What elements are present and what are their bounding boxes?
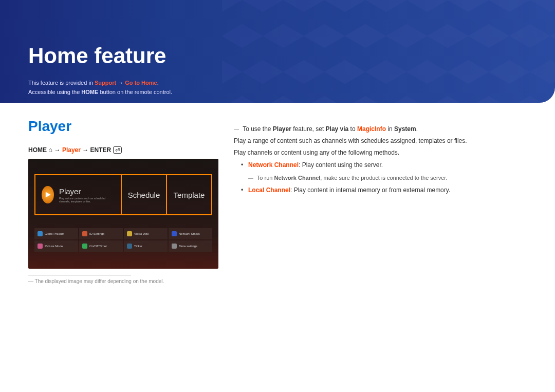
- tile-schedule: Schedule: [122, 174, 167, 215]
- grid-cell: Picture Mode: [34, 240, 78, 252]
- setup-note: To use the Player feature, set Play via …: [234, 123, 527, 135]
- grid-cell-icon: [172, 231, 177, 236]
- grid-cell: Network Status: [169, 228, 212, 239]
- device-screenshot: Player Play various contents such as sch…: [28, 159, 218, 269]
- grid-cell-icon: [127, 231, 132, 236]
- support-link: Support: [95, 80, 116, 86]
- methods-list: Network Channel: Play content using the …: [241, 159, 527, 171]
- grid-cell-label: Clone Product: [45, 232, 64, 235]
- left-column: Player HOME → Player → ENTER Player Play…: [28, 118, 218, 284]
- grid-cell-icon: [82, 231, 87, 236]
- play-icon: [42, 186, 54, 203]
- methods-list: Local Channel: Play content in internal …: [241, 184, 527, 196]
- grid-cell-icon: [38, 244, 43, 249]
- grid-cell-icon: [38, 231, 43, 236]
- para-description: Play a range of content such as channels…: [234, 135, 527, 147]
- banner-subtext: This feature is provided in Support → Go…: [28, 79, 527, 97]
- grid-cell: Ticker: [124, 240, 168, 252]
- bottom-grid: Clone ProductID SettingsVideo WallNetwor…: [34, 228, 212, 252]
- chapter-title: Home feature: [28, 44, 527, 68]
- sub-note: To run Network Channel, make sure the pr…: [248, 173, 527, 183]
- footnote-separator: [28, 275, 131, 275]
- grid-cell: Clone Product: [34, 228, 78, 239]
- grid-cell-label: Network Status: [179, 232, 200, 235]
- enter-icon: [113, 146, 122, 154]
- chapter-banner: Home feature This feature is provided in…: [0, 0, 555, 103]
- tile-player: Player Play various contents such as sch…: [34, 174, 122, 215]
- gotohome-link: Go to Home: [125, 80, 157, 86]
- section-title: Player: [28, 118, 218, 135]
- svg-marker-0: [46, 192, 51, 197]
- home-icon: [48, 146, 52, 154]
- grid-cell-label: ID Settings: [89, 232, 104, 235]
- nav-path: HOME → Player → ENTER: [28, 146, 218, 154]
- tile-row: Player Play various contents such as sch…: [34, 174, 212, 215]
- grid-cell: On/Off Timer: [79, 240, 123, 252]
- list-item: Local Channel: Play content in internal …: [241, 184, 527, 196]
- grid-cell-label: Video Wall: [134, 232, 149, 235]
- tile-template: Template: [167, 174, 212, 215]
- list-item: Network Channel: Play content using the …: [241, 159, 527, 171]
- grid-cell-label: More settings: [179, 245, 197, 248]
- right-column: To use the Player feature, set Play via …: [234, 118, 527, 284]
- footnote: ― The displayed image may differ dependi…: [28, 278, 218, 284]
- grid-cell: More settings: [169, 240, 212, 252]
- grid-cell-label: Picture Mode: [45, 245, 63, 248]
- grid-cell: Video Wall: [124, 228, 168, 239]
- grid-cell-label: On/Off Timer: [89, 245, 107, 248]
- para-methods: Play channels or content using any of th…: [234, 147, 527, 159]
- grid-cell-icon: [127, 244, 132, 249]
- grid-cell-icon: [172, 244, 177, 249]
- page-content: Player HOME → Player → ENTER Player Play…: [0, 103, 555, 300]
- grid-cell-label: Ticker: [134, 245, 142, 248]
- grid-cell-icon: [82, 244, 87, 249]
- grid-cell: ID Settings: [79, 228, 123, 239]
